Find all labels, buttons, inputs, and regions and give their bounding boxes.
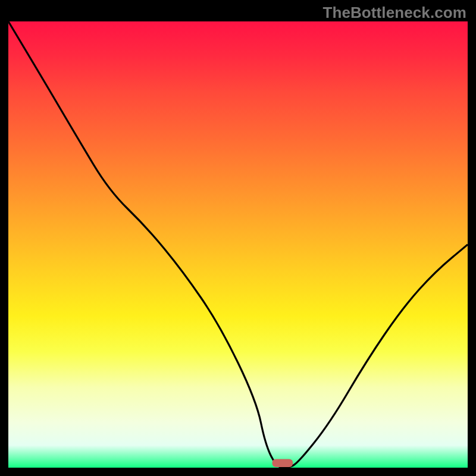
chart-svg (8, 21, 468, 468)
chart-frame: TheBottleneck.com (0, 0, 476, 476)
optimal-marker (273, 459, 293, 468)
watermark-text: TheBottleneck.com (322, 4, 466, 22)
plot-area (8, 21, 468, 468)
bottleneck-curve (8, 21, 468, 468)
